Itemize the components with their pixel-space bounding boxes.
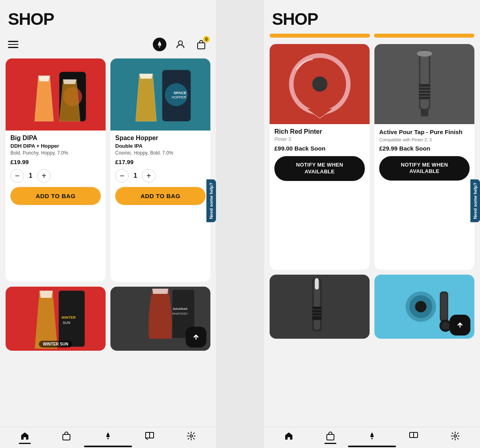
right-nav-home[interactable]	[284, 431, 294, 441]
space-hopper-price: £17.99	[115, 159, 206, 165]
svg-rect-39	[315, 278, 319, 290]
product-card-bavarian-rhapsody: BAVARIAN RHAPSODY	[110, 287, 210, 351]
space-hopper-quantity-row: − 1 +	[115, 169, 206, 183]
svg-point-23	[312, 76, 327, 92]
active-pour-tap-info: Active Pour Tap - Pure Finish Compatible…	[374, 124, 474, 270]
left-phone-header: SHOP	[0, 0, 216, 34]
big-dipa-quantity: 1	[29, 172, 32, 179]
space-hopper-increase-btn[interactable]: +	[142, 169, 156, 183]
left-shop-title: SHOP	[8, 10, 208, 29]
left-nav-chat[interactable]	[145, 431, 154, 441]
big-dipa-decrease-btn[interactable]: −	[10, 169, 24, 183]
right-nav-alert[interactable]	[367, 431, 377, 441]
active-pour-tap-subtitle: Compatible with Pinter 2, 3	[379, 137, 470, 142]
product-card-rich-red-pinter: Rich Red Pinter Pinter 3 £99.00 Back Soo…	[270, 44, 370, 270]
rich-red-pinter-name: Rich Red Pinter	[274, 128, 365, 135]
bag-icon[interactable]: 0	[194, 38, 208, 51]
svg-text:BAVARIAN: BAVARIAN	[173, 307, 188, 310]
right-home-indicator	[348, 446, 396, 447]
svg-text:SPACE: SPACE	[174, 90, 186, 94]
right-nav-settings[interactable]	[450, 431, 460, 441]
device-3-image	[270, 275, 370, 339]
svg-rect-35	[312, 307, 322, 320]
right-top-buttons-partial	[264, 34, 480, 41]
big-dipa-increase-btn[interactable]: +	[37, 169, 51, 183]
svg-rect-44	[441, 293, 447, 320]
big-dipa-subtitle: DDH DIPA + Hopper	[10, 143, 101, 149]
hamburger-menu[interactable]	[8, 41, 18, 48]
account-icon[interactable]	[174, 38, 187, 51]
big-dipa-desc: Bold. Punchy. Hoppy. 7.0%	[10, 150, 101, 156]
rich-red-pinter-notify-btn[interactable]: NOTIFY ME WHENAVAILABLE	[274, 156, 365, 181]
left-nav-bar: 0	[0, 34, 216, 55]
left-nav-alert[interactable]	[103, 431, 113, 441]
svg-rect-32	[421, 109, 428, 117]
svg-point-51	[454, 435, 456, 437]
product-card-winter-sun: WINTER SUN WINTER SUN	[6, 287, 106, 351]
svg-rect-19	[150, 432, 154, 438]
right-shop-title: SHOP	[272, 10, 472, 29]
rich-red-pinter-subtitle: Pinter 3	[274, 137, 365, 142]
left-products-grid: Big DIPA DDH DIPA + Hopper Bold. Punchy.…	[0, 55, 216, 427]
svg-rect-47	[327, 434, 334, 440]
product-card-big-dipa: Big DIPA DDH DIPA + Hopper Bold. Punchy.…	[6, 58, 106, 282]
active-pour-tap-image	[374, 44, 474, 124]
svg-rect-25	[420, 51, 429, 109]
winter-sun-image: WINTER SUN WINTER SUN	[6, 287, 106, 351]
svg-rect-2	[198, 43, 205, 49]
svg-point-0	[159, 46, 160, 48]
bag-badge: 0	[203, 36, 210, 42]
left-home-indicator	[84, 446, 132, 447]
svg-point-48	[371, 438, 373, 440]
svg-text:WINTER: WINTER	[62, 315, 76, 319]
active-pour-tap-name: Active Pour Tap - Pure Finish	[379, 128, 470, 136]
left-nav-settings[interactable]	[186, 431, 196, 441]
partial-btn-right	[374, 34, 474, 38]
right-bottom-nav	[264, 427, 480, 443]
active-pour-tap-price: £29.99 Back Soon	[379, 145, 470, 152]
rich-red-pinter-price: £99.00 Back Soon	[274, 145, 365, 152]
rich-red-pinter-image	[270, 44, 370, 124]
space-hopper-desc: Cosmic. Hoppy. Bold. 7.0%	[115, 150, 206, 156]
space-hopper-image: SPACE HOPPER	[110, 58, 210, 131]
svg-point-1	[178, 41, 182, 45]
svg-rect-26	[419, 84, 430, 99]
big-dipa-info: Big DIPA DDH DIPA + Hopper Bold. Punchy.…	[6, 131, 106, 282]
space-hopper-decrease-btn[interactable]: −	[115, 169, 129, 183]
right-need-help-tab[interactable]: Need some help?	[470, 179, 480, 222]
left-need-help-tab[interactable]: Need some help?	[206, 179, 216, 222]
svg-rect-50	[414, 432, 418, 438]
left-nav-shop[interactable]	[62, 431, 71, 441]
right-phone-header: SHOP	[264, 0, 480, 34]
right-nav-chat[interactable]	[409, 431, 418, 441]
space-hopper-subtitle: Double IPA	[115, 143, 206, 149]
big-dipa-add-to-bag-btn[interactable]: ADD TO BAG	[10, 187, 101, 205]
svg-rect-18	[146, 432, 150, 438]
product-card-device-4	[374, 275, 474, 339]
svg-text:SUN: SUN	[63, 321, 70, 325]
partial-btn-left	[270, 34, 370, 38]
left-nav-home[interactable]	[20, 431, 30, 441]
right-scroll-top-btn[interactable]	[450, 315, 470, 335]
right-phone: SHOP	[264, 0, 480, 448]
svg-rect-49	[410, 432, 414, 438]
svg-text:HOPPER: HOPPER	[172, 95, 186, 99]
svg-rect-15	[63, 434, 70, 440]
right-nav-shop[interactable]	[326, 431, 335, 441]
big-dipa-name: Big DIPA	[10, 135, 101, 142]
product-card-active-pour-tap: Active Pour Tap - Pure Finish Compatible…	[374, 44, 474, 270]
svg-text:RHAPSODY: RHAPSODY	[172, 312, 188, 315]
product-card-device-3	[270, 275, 370, 339]
big-dipa-quantity-row: − 1 +	[10, 169, 101, 183]
right-products-grid: Rich Red Pinter Pinter 3 £99.00 Back Soo…	[264, 41, 480, 427]
space-hopper-quantity: 1	[134, 172, 137, 179]
space-hopper-info: Space Hopper Double IPA Cosmic. Hoppy. B…	[110, 131, 210, 282]
space-hopper-add-to-bag-btn[interactable]: ADD TO BAG	[115, 187, 206, 205]
space-hopper-name: Space Hopper	[115, 135, 206, 142]
svg-point-31	[417, 50, 432, 56]
left-scroll-top-btn[interactable]	[186, 327, 206, 348]
rich-red-pinter-info: Rich Red Pinter Pinter 3 £99.00 Back Soo…	[270, 124, 370, 270]
active-pour-tap-notify-btn[interactable]: NOTIFY ME WHENAVAILABLE	[379, 156, 470, 181]
left-bottom-nav	[0, 427, 216, 443]
brewdog-alert-icon[interactable]	[153, 38, 166, 51]
